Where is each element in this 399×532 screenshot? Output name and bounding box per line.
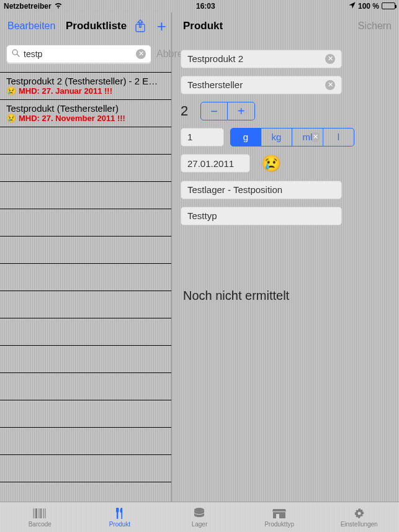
- list-item[interactable]: [0, 264, 171, 291]
- amount-field[interactable]: ✕: [181, 128, 224, 147]
- tab-produkt[interactable]: Produkt: [80, 502, 160, 532]
- tab-barcode[interactable]: Barcode: [0, 502, 80, 532]
- list-item-mhd: 😢 MHD: 27. November 2011 !!!: [6, 114, 165, 123]
- svg-line-2: [17, 54, 19, 56]
- warn-icon: 😢: [6, 114, 16, 123]
- right-navbar: Produkt Sichern: [172, 12, 399, 40]
- tab-label: Produkttyp: [264, 521, 294, 528]
- cutlery-icon: [112, 507, 128, 520]
- search-row: ✕ Abbrechen: [0, 40, 171, 72]
- date-row: 😢: [181, 154, 390, 173]
- location-icon: [349, 2, 356, 11]
- svg-rect-13: [276, 514, 279, 518]
- share-button[interactable]: [135, 19, 146, 33]
- tab-label: Barcode: [29, 521, 52, 528]
- qty-minus-button[interactable]: −: [200, 102, 228, 120]
- list-item[interactable]: [0, 318, 171, 346]
- product-name-field[interactable]: ✕: [181, 50, 342, 68]
- statusbar-battery-pct: 100 %: [358, 2, 379, 11]
- maker-input[interactable]: [187, 79, 320, 90]
- svg-point-11: [194, 508, 204, 512]
- storage-icon: [191, 507, 207, 520]
- list-item[interactable]: Testprodukt (Testhersteller) 😢 MHD: 27. …: [0, 100, 171, 127]
- search-field-container: ✕: [6, 45, 151, 63]
- maker-field[interactable]: ✕: [181, 76, 342, 94]
- left-navbar: Bearbeiten Produktliste +: [0, 12, 171, 40]
- clear-name-button[interactable]: ✕: [325, 54, 335, 64]
- unit-row: ✕ g kg ml l: [181, 128, 390, 147]
- wifi-icon: [54, 2, 63, 11]
- tabbar: Barcode Produkt Lager Produkttyp Einstel…: [0, 502, 399, 532]
- list-item[interactable]: [0, 291, 171, 318]
- tab-label: Einstellungen: [341, 521, 378, 528]
- tab-einstellungen[interactable]: Einstellungen: [319, 502, 399, 532]
- quantity-stepper: − +: [200, 102, 255, 120]
- barcode-icon: [32, 507, 48, 520]
- battery-icon: [382, 2, 395, 9]
- qty-plus-button[interactable]: +: [228, 102, 255, 120]
- list-item[interactable]: [0, 373, 171, 400]
- product-type-field[interactable]: Testtyp: [181, 207, 342, 225]
- list-item[interactable]: [0, 346, 171, 373]
- list-item[interactable]: [0, 237, 171, 264]
- left-pane: Bearbeiten Produktliste + ✕ Abbr: [0, 12, 172, 502]
- warn-icon: 😢: [6, 86, 16, 96]
- edit-button[interactable]: Bearbeiten: [5, 18, 58, 34]
- product-list: Testprodukt 2 (Testhersteller) - 2 E… 😢 …: [0, 72, 171, 502]
- tab-label: Produkt: [109, 521, 130, 528]
- expiry-status-icon: 😢: [261, 154, 281, 173]
- add-button[interactable]: +: [157, 18, 166, 34]
- left-title: Produktliste: [66, 20, 127, 32]
- unit-option-g[interactable]: g: [230, 128, 261, 147]
- unit-segmented: g kg ml l: [230, 128, 354, 147]
- storefront-icon: [271, 507, 287, 520]
- svg-point-15: [357, 512, 361, 515]
- save-button[interactable]: Sichern: [356, 18, 394, 34]
- search-input[interactable]: [24, 49, 132, 59]
- list-item-mhd: 😢 MHD: 27. Januar 2011 !!!: [6, 86, 165, 96]
- unit-option-l[interactable]: l: [323, 128, 354, 147]
- storage-field[interactable]: Testlager - Testposition: [181, 181, 342, 199]
- status-bar: Netzbetreiber 16:03 100 %: [0, 0, 399, 12]
- nutrition-status-text: Noch nicht ermittelt: [183, 289, 390, 303]
- list-item[interactable]: [0, 400, 171, 428]
- tab-produkttyp[interactable]: Produkttyp: [240, 502, 320, 532]
- list-item[interactable]: [0, 155, 171, 182]
- list-item-title: Testprodukt 2 (Testhersteller) - 2 E…: [6, 76, 165, 86]
- list-item-title: Testprodukt (Testhersteller): [6, 103, 165, 114]
- expiry-date-input[interactable]: [187, 158, 305, 169]
- storage-value: Testlager - Testposition: [187, 184, 335, 195]
- gear-icon: [351, 507, 367, 520]
- tab-lager[interactable]: Lager: [159, 502, 240, 532]
- list-item[interactable]: [0, 182, 171, 209]
- list-item[interactable]: [0, 127, 171, 155]
- quantity-value: 2: [181, 103, 192, 119]
- statusbar-carrier: Netzbetreiber: [4, 2, 52, 11]
- list-item[interactable]: [0, 482, 171, 502]
- product-detail: ✕ ✕ 2 − + ✕: [172, 40, 399, 313]
- clear-maker-button[interactable]: ✕: [325, 80, 335, 90]
- search-icon: [12, 48, 20, 60]
- product-name-input[interactable]: [187, 53, 320, 64]
- list-item[interactable]: Testprodukt 2 (Testhersteller) - 2 E… 😢 …: [0, 73, 171, 100]
- product-type-value: Testtyp: [187, 210, 335, 221]
- statusbar-time: 16:03: [196, 2, 215, 11]
- quantity-row: 2 − +: [181, 102, 390, 120]
- list-item[interactable]: [0, 209, 171, 237]
- list-item[interactable]: [0, 455, 171, 482]
- right-title: Produkt: [183, 20, 223, 32]
- clear-search-button[interactable]: ✕: [136, 49, 146, 59]
- list-item[interactable]: [0, 428, 171, 455]
- svg-rect-0: [136, 24, 145, 32]
- expiry-date-field[interactable]: [181, 154, 250, 173]
- right-pane: Produkt Sichern ✕ ✕ 2 − +: [172, 12, 399, 502]
- unit-option-kg[interactable]: kg: [261, 128, 292, 147]
- tab-label: Lager: [192, 521, 208, 528]
- unit-option-ml[interactable]: ml: [292, 128, 323, 147]
